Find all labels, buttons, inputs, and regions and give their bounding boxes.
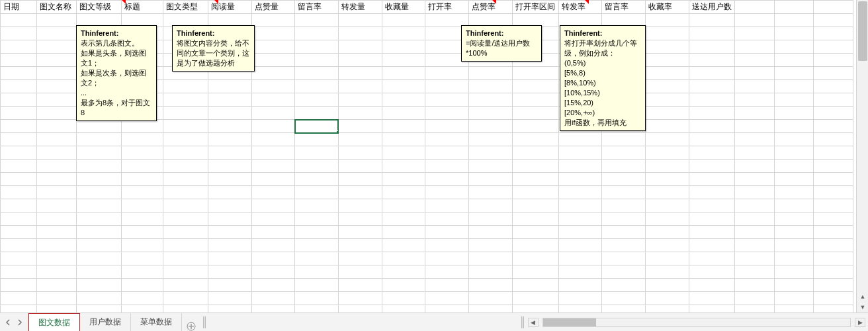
hscroll-left-button[interactable]: ◀ bbox=[528, 318, 539, 327]
column-header[interactable]: 打开率区间 bbox=[512, 1, 558, 14]
cell[interactable] bbox=[295, 252, 339, 265]
cell[interactable] bbox=[469, 160, 513, 173]
cell[interactable] bbox=[469, 133, 513, 146]
cell[interactable] bbox=[735, 14, 774, 27]
cell[interactable] bbox=[382, 40, 425, 54]
cell[interactable] bbox=[469, 305, 513, 313]
cell[interactable] bbox=[602, 213, 646, 226]
cell[interactable] bbox=[469, 226, 513, 239]
cell[interactable] bbox=[814, 292, 853, 305]
cell[interactable] bbox=[338, 54, 382, 67]
cell[interactable] bbox=[37, 54, 76, 67]
cell[interactable] bbox=[1, 199, 37, 213]
cell[interactable] bbox=[121, 279, 163, 292]
cell[interactable] bbox=[469, 186, 513, 199]
cell[interactable] bbox=[163, 80, 208, 93]
cell[interactable] bbox=[208, 186, 251, 199]
cell[interactable] bbox=[251, 292, 295, 305]
cell[interactable] bbox=[1, 173, 37, 186]
cell[interactable] bbox=[645, 305, 689, 313]
cell[interactable] bbox=[512, 305, 558, 313]
cell[interactable] bbox=[814, 279, 853, 292]
cell[interactable] bbox=[382, 67, 425, 80]
cell[interactable] bbox=[338, 199, 382, 213]
cell[interactable] bbox=[338, 14, 382, 27]
cell[interactable] bbox=[338, 120, 382, 133]
cell[interactable] bbox=[76, 173, 121, 186]
cell[interactable] bbox=[338, 133, 382, 146]
cell[interactable] bbox=[338, 173, 382, 186]
cell[interactable] bbox=[208, 173, 251, 186]
cell[interactable] bbox=[774, 226, 813, 239]
cell[interactable] bbox=[1, 226, 37, 239]
cell[interactable] bbox=[774, 93, 813, 107]
cell[interactable] bbox=[735, 80, 774, 93]
cell[interactable] bbox=[37, 120, 76, 133]
cell[interactable] bbox=[425, 146, 469, 160]
cell[interactable] bbox=[814, 160, 853, 173]
cell[interactable] bbox=[163, 107, 208, 120]
cell[interactable] bbox=[645, 40, 689, 54]
cell[interactable] bbox=[645, 93, 689, 107]
cell[interactable] bbox=[1, 213, 37, 226]
cell[interactable] bbox=[338, 67, 382, 80]
cell[interactable] bbox=[121, 252, 163, 265]
cell[interactable] bbox=[338, 27, 382, 40]
cell[interactable] bbox=[163, 239, 208, 252]
cell[interactable] bbox=[602, 292, 646, 305]
cell[interactable] bbox=[645, 265, 689, 279]
cell[interactable] bbox=[295, 265, 339, 279]
cell[interactable] bbox=[602, 252, 646, 265]
cell[interactable] bbox=[295, 305, 339, 313]
cell[interactable] bbox=[37, 213, 76, 226]
column-header[interactable]: 图文名称 bbox=[37, 1, 76, 14]
cell[interactable] bbox=[121, 305, 163, 313]
cell[interactable] bbox=[382, 146, 425, 160]
cell[interactable] bbox=[774, 80, 813, 93]
cell[interactable] bbox=[295, 27, 339, 40]
cell[interactable] bbox=[558, 199, 602, 213]
cell[interactable] bbox=[469, 80, 513, 93]
cell[interactable] bbox=[338, 146, 382, 160]
cell[interactable] bbox=[382, 93, 425, 107]
cell[interactable] bbox=[425, 160, 469, 173]
cell[interactable] bbox=[735, 160, 774, 173]
cell[interactable] bbox=[1, 14, 37, 27]
cell[interactable] bbox=[735, 265, 774, 279]
cell[interactable] bbox=[251, 67, 295, 80]
cell[interactable] bbox=[295, 40, 339, 54]
cell[interactable] bbox=[208, 199, 251, 213]
cell[interactable] bbox=[251, 160, 295, 173]
cell[interactable] bbox=[425, 199, 469, 213]
column-header[interactable]: 点赞率 bbox=[469, 1, 513, 14]
cell[interactable] bbox=[814, 54, 853, 67]
cell[interactable] bbox=[774, 279, 813, 292]
cell[interactable] bbox=[121, 173, 163, 186]
cell[interactable] bbox=[602, 133, 646, 146]
cell[interactable] bbox=[295, 107, 339, 120]
cell[interactable] bbox=[1, 133, 37, 146]
cell[interactable] bbox=[814, 120, 853, 133]
cell[interactable] bbox=[121, 120, 163, 133]
cell[interactable] bbox=[121, 226, 163, 239]
column-header[interactable] bbox=[814, 1, 853, 14]
cell[interactable] bbox=[163, 226, 208, 239]
cell[interactable] bbox=[645, 14, 689, 27]
cell[interactable] bbox=[774, 239, 813, 252]
cell[interactable] bbox=[814, 107, 853, 120]
cell[interactable] bbox=[689, 120, 735, 133]
cell[interactable] bbox=[602, 265, 646, 279]
cell[interactable] bbox=[163, 279, 208, 292]
cell[interactable] bbox=[735, 146, 774, 160]
cell[interactable] bbox=[512, 199, 558, 213]
cell[interactable] bbox=[208, 107, 251, 120]
cell[interactable] bbox=[689, 279, 735, 292]
vertical-scrollbar[interactable]: ▲ ▼ bbox=[856, 0, 868, 312]
cell[interactable] bbox=[1, 54, 37, 67]
cell[interactable] bbox=[208, 93, 251, 107]
cell[interactable] bbox=[689, 199, 735, 213]
cell[interactable] bbox=[382, 292, 425, 305]
cell[interactable] bbox=[382, 80, 425, 93]
cell[interactable] bbox=[735, 213, 774, 226]
cell[interactable] bbox=[208, 265, 251, 279]
